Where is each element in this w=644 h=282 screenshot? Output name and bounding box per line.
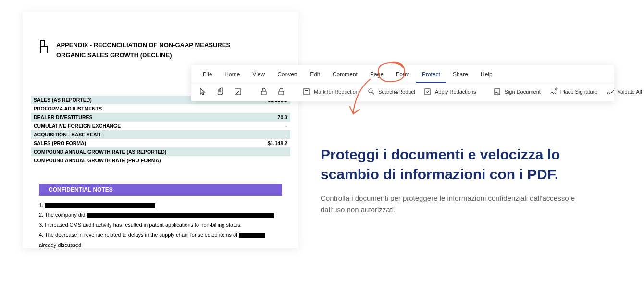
toolbar-actions: Mark for Redaction Search&Redact Apply R… bbox=[191, 83, 614, 101]
svg-point-5 bbox=[369, 89, 372, 93]
validate-signatures-button[interactable]: Valdate All Signatures bbox=[603, 86, 644, 98]
svg-rect-6 bbox=[425, 89, 430, 95]
note-3: 3. Increased CMS audit activity has resu… bbox=[39, 220, 282, 230]
toolbar-tabs: FileHomeViewConvertEditCommentPageFormPr… bbox=[191, 65, 614, 83]
tab-home[interactable]: Home bbox=[219, 68, 246, 83]
table-row: PROFORMA ADJUSTMENTS bbox=[31, 104, 290, 113]
row-label: COMPOUND ANNUAL GROWTH RATE (AS REPORTED… bbox=[31, 147, 250, 156]
note-4: 4. The decrease in revenue related to de… bbox=[39, 230, 282, 250]
tab-view[interactable]: View bbox=[247, 68, 271, 83]
marketing-section: Proteggi i documenti e velocizza lo scam… bbox=[321, 145, 590, 216]
table-row: DEALER DIVESTITURES70.3 bbox=[31, 113, 290, 122]
doc-title-1: APPENDIX - RECONCILIATION OF NON-GAAP ME… bbox=[56, 40, 230, 50]
doc-title-2: ORGANIC SALES GROWTH (DECLINE) bbox=[56, 50, 230, 61]
document-preview: APPENDIX - RECONCILIATION OF NON-GAAP ME… bbox=[23, 12, 298, 248]
tab-convert[interactable]: Convert bbox=[272, 68, 303, 83]
mark-redaction-button[interactable]: Mark for Redaction bbox=[300, 86, 361, 98]
table-row: ACQUISITION - BASE YEAR– bbox=[31, 130, 290, 139]
lock-icon bbox=[260, 87, 268, 96]
row-label: ACQUISITION - BASE YEAR bbox=[31, 130, 250, 139]
sign-document-button[interactable]: Sign Document bbox=[491, 86, 544, 98]
apply-icon bbox=[424, 87, 433, 96]
svg-rect-7 bbox=[495, 89, 500, 95]
cursor-tool[interactable] bbox=[196, 86, 211, 98]
unlock-icon bbox=[277, 87, 285, 96]
row-value bbox=[250, 147, 290, 156]
tab-share[interactable]: Share bbox=[447, 68, 474, 83]
lock-tool[interactable] bbox=[257, 86, 271, 98]
search-icon bbox=[367, 87, 376, 96]
cursor-icon bbox=[199, 87, 208, 96]
tab-form[interactable]: Form bbox=[390, 68, 415, 83]
unlock-tool[interactable] bbox=[274, 86, 288, 98]
row-label: SALES (PRO FORMA) bbox=[31, 139, 250, 147]
table-row: SALES (PRO FORMA)$1,148.2 bbox=[31, 139, 290, 147]
note-2: 2. The company did bbox=[39, 210, 282, 220]
row-value bbox=[250, 156, 290, 165]
row-label: PROFORMA ADJUSTMENTS bbox=[31, 104, 250, 113]
svg-rect-4 bbox=[305, 90, 308, 91]
row-value: $1,148.2 bbox=[250, 139, 290, 147]
apply-redactions-button[interactable]: Apply Redactions bbox=[421, 86, 479, 98]
row-label: COMPOUND ANNUAL GROWTH RATE (PRO FORMA) bbox=[31, 156, 250, 165]
validate-icon bbox=[606, 87, 615, 96]
notes-list: 1. 2. The company did 3. Increased CMS a… bbox=[39, 200, 282, 250]
tab-edit[interactable]: Edit bbox=[304, 68, 326, 83]
search-redact-button[interactable]: Search&Redact bbox=[364, 86, 418, 98]
table-row: COMPOUND ANNUAL GROWTH RATE (PRO FORMA) bbox=[31, 156, 290, 165]
table-row: CUMULATIVE FOREIGN EXCHANGE– bbox=[31, 122, 290, 130]
row-value: – bbox=[250, 122, 290, 130]
redaction-icon bbox=[303, 87, 311, 96]
note-1: 1. bbox=[39, 200, 282, 210]
tab-comment[interactable]: Comment bbox=[327, 68, 363, 83]
select-tool[interactable] bbox=[231, 86, 245, 98]
row-label: CUMULATIVE FOREIGN EXCHANGE bbox=[31, 122, 250, 130]
place-signature-button[interactable]: Place Signature bbox=[546, 86, 601, 98]
svg-rect-3 bbox=[304, 89, 309, 95]
tab-page[interactable]: Page bbox=[364, 68, 389, 83]
tab-help[interactable]: Help bbox=[475, 68, 498, 83]
select-icon bbox=[234, 87, 242, 96]
svg-rect-2 bbox=[279, 91, 284, 95]
sign-icon bbox=[494, 87, 502, 96]
redaction-block bbox=[87, 213, 274, 218]
row-value bbox=[250, 104, 290, 113]
chair-icon bbox=[39, 39, 50, 54]
row-value: – bbox=[250, 130, 290, 139]
row-label: DEALER DIVESTITURES bbox=[31, 113, 250, 122]
row-value: 70.3 bbox=[250, 113, 290, 122]
redaction-block bbox=[45, 203, 155, 208]
marketing-body: Controlla i documenti per proteggere le … bbox=[321, 193, 590, 216]
svg-rect-1 bbox=[261, 91, 266, 95]
redaction-block bbox=[239, 233, 265, 238]
confidential-notes-banner: CONFIDENTIAL NOTES bbox=[39, 184, 282, 196]
signature-icon bbox=[549, 87, 558, 96]
tab-protect[interactable]: Protect bbox=[416, 68, 446, 83]
hand-icon bbox=[216, 87, 225, 96]
marketing-heading: Proteggi i documenti e velocizza lo scam… bbox=[321, 145, 590, 184]
tab-file[interactable]: File bbox=[197, 68, 218, 83]
svg-rect-0 bbox=[235, 89, 241, 95]
hand-tool[interactable] bbox=[213, 86, 228, 98]
table-row: COMPOUND ANNUAL GROWTH RATE (AS REPORTED… bbox=[31, 147, 290, 156]
app-toolbar: FileHomeViewConvertEditCommentPageFormPr… bbox=[191, 65, 614, 101]
